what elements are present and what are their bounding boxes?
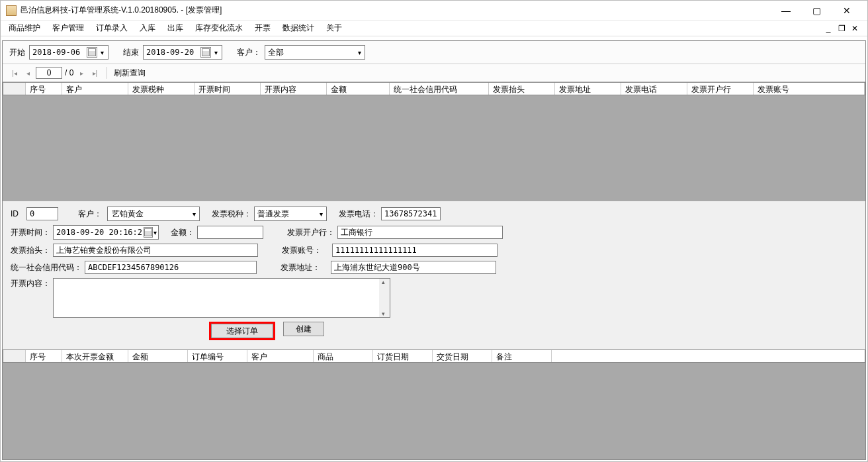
main-window: 邑泊信息科技-订单管理系统-V.1.0.20180905. - [发票管理] —…	[0, 0, 868, 462]
mdi-minimize-button[interactable]: _	[824, 24, 833, 33]
col-address[interactable]: 发票地址	[555, 83, 621, 95]
phone-input[interactable]	[381, 207, 441, 220]
pager-prev-button[interactable]: ◂	[22, 68, 33, 78]
col-credit[interactable]: 统一社会信用代码	[390, 83, 489, 95]
menu-stock-in[interactable]: 入库	[140, 23, 155, 34]
close-button[interactable]: ✕	[832, 1, 862, 21]
end-date-input[interactable]	[146, 48, 199, 57]
menu-order-entry[interactable]: 订单录入	[96, 23, 128, 34]
scroll-down-icon[interactable]: ▾	[382, 310, 385, 317]
menu-invoice[interactable]: 开票	[255, 23, 271, 34]
customer-filter-combo[interactable]: ▾	[265, 45, 365, 60]
bank-label: 发票开户行：	[287, 227, 335, 238]
end-label: 结束	[123, 47, 139, 58]
col-account[interactable]: 发票账号	[754, 83, 865, 95]
content-textarea[interactable]	[53, 278, 390, 318]
row-header-cell	[3, 350, 26, 362]
chevron-down-icon[interactable]: ▾	[189, 210, 199, 218]
mdi-close-button[interactable]: ✕	[850, 24, 859, 33]
calendar-icon[interactable]	[144, 227, 153, 238]
address-label: 发票地址：	[281, 262, 328, 273]
account-input[interactable]	[332, 244, 498, 257]
customer-combo[interactable]: ▾	[107, 207, 200, 221]
bank-input[interactable]	[337, 226, 503, 239]
chevron-down-icon[interactable]: ▾	[316, 210, 326, 218]
col2-customer[interactable]: 客户	[247, 350, 314, 362]
start-date-picker[interactable]: ▾	[29, 45, 108, 60]
window-title: 邑泊信息科技-订单管理系统-V.1.0.20180905. - [发票管理]	[21, 5, 771, 16]
calendar-icon[interactable]	[87, 47, 97, 58]
invoice-grid: 序号 客户 发票税种 开票时间 开票内容 金额 统一社会信用代码 发票抬头 发票…	[3, 82, 865, 201]
calendar-icon[interactable]	[200, 47, 211, 58]
chevron-down-icon[interactable]: ▾	[354, 49, 365, 56]
end-date-picker[interactable]: ▾	[143, 45, 222, 60]
col-time[interactable]: 开票时间	[195, 83, 261, 95]
col-amount[interactable]: 金额	[327, 83, 390, 95]
menu-stats[interactable]: 数据统计	[282, 23, 314, 34]
col2-remark[interactable]: 备注	[492, 350, 552, 362]
start-date-input[interactable]	[32, 48, 85, 57]
credit-input[interactable]	[85, 261, 257, 274]
pager-last-button[interactable]: ▸|	[89, 68, 100, 78]
scrollbar[interactable]: ▴ ▾	[379, 279, 390, 317]
menu-stock-out[interactable]: 出库	[167, 23, 183, 34]
credit-label: 统一社会信用代码：	[11, 262, 82, 273]
time-input[interactable]	[56, 228, 142, 237]
col-seq[interactable]: 序号	[26, 83, 62, 95]
mdi-restore-button[interactable]: ❐	[837, 24, 846, 33]
chevron-down-icon[interactable]: ▾	[211, 49, 220, 56]
start-label: 开始	[9, 47, 25, 58]
select-order-button[interactable]: 选择订单	[211, 324, 273, 338]
order-grid-header: 序号 本次开票金额 金额 订单编号 客户 商品 订货日期 交货日期 备注	[3, 349, 865, 363]
customer-input[interactable]	[110, 208, 189, 220]
col-title[interactable]: 发票抬头	[489, 83, 555, 95]
scroll-up-icon[interactable]: ▴	[382, 279, 385, 285]
pager-page-input[interactable]	[36, 67, 62, 79]
col2-product[interactable]: 商品	[314, 350, 373, 362]
address-input[interactable]	[331, 261, 496, 274]
col-tax[interactable]: 发票税种	[128, 83, 195, 95]
pager-next-button[interactable]: ▸	[76, 68, 87, 78]
col2-seq[interactable]: 序号	[26, 350, 62, 362]
col2-order-no[interactable]: 订单编号	[188, 350, 247, 362]
order-grid: 序号 本次开票金额 金额 订单编号 客户 商品 订货日期 交货日期 备注	[3, 349, 865, 459]
col2-deliver-date[interactable]: 交货日期	[433, 350, 492, 362]
invoice-grid-header: 序号 客户 发票税种 开票时间 开票内容 金额 统一社会信用代码 发票抬头 发票…	[3, 82, 865, 95]
account-label: 发票账号：	[282, 245, 329, 256]
amount-input[interactable]	[197, 226, 263, 239]
col-customer[interactable]: 客户	[62, 83, 128, 95]
invoice-grid-body[interactable]	[3, 95, 865, 201]
menu-about[interactable]: 关于	[326, 23, 342, 34]
tax-input[interactable]	[257, 209, 316, 218]
minimize-button[interactable]: —	[771, 1, 801, 21]
chevron-down-icon[interactable]: ▾	[153, 229, 157, 236]
col2-amount[interactable]: 金额	[128, 350, 188, 362]
customer-label: 客户：	[78, 208, 105, 220]
title-input[interactable]	[53, 244, 258, 257]
col-bank[interactable]: 发票开户行	[687, 83, 754, 95]
maximize-button[interactable]: ▢	[801, 1, 832, 21]
menu-stock-flow[interactable]: 库存变化流水	[195, 23, 243, 34]
col2-this-amount[interactable]: 本次开票金额	[62, 350, 128, 362]
col-content[interactable]: 开票内容	[261, 83, 327, 95]
pager-first-button[interactable]: |◂	[9, 68, 20, 78]
menu-customer[interactable]: 客户管理	[52, 23, 84, 34]
col-phone[interactable]: 发票电话	[621, 83, 687, 95]
chevron-down-icon[interactable]: ▾	[97, 49, 107, 56]
id-input[interactable]	[26, 207, 58, 220]
row-header-cell	[3, 83, 26, 95]
window-controls: — ▢ ✕	[771, 1, 862, 21]
title-label: 发票抬头：	[11, 245, 50, 256]
time-picker[interactable]: ▾	[53, 225, 159, 240]
order-grid-body[interactable]	[3, 363, 865, 459]
phone-label: 发票电话：	[339, 208, 378, 220]
customer-filter-input[interactable]	[268, 48, 354, 57]
create-button[interactable]: 创建	[283, 322, 324, 336]
amount-label: 金额：	[171, 227, 195, 238]
invoice-form: ID 客户： ▾ 发票税种： ▾ 发票电话： 开票时间：	[3, 201, 865, 349]
tax-combo[interactable]: ▾	[254, 207, 327, 221]
menu-product[interactable]: 商品维护	[9, 23, 40, 34]
refresh-query-button[interactable]: 刷新查询	[114, 68, 146, 79]
col2-order-date[interactable]: 订货日期	[373, 350, 433, 362]
titlebar: 邑泊信息科技-订单管理系统-V.1.0.20180905. - [发票管理] —…	[1, 1, 867, 21]
